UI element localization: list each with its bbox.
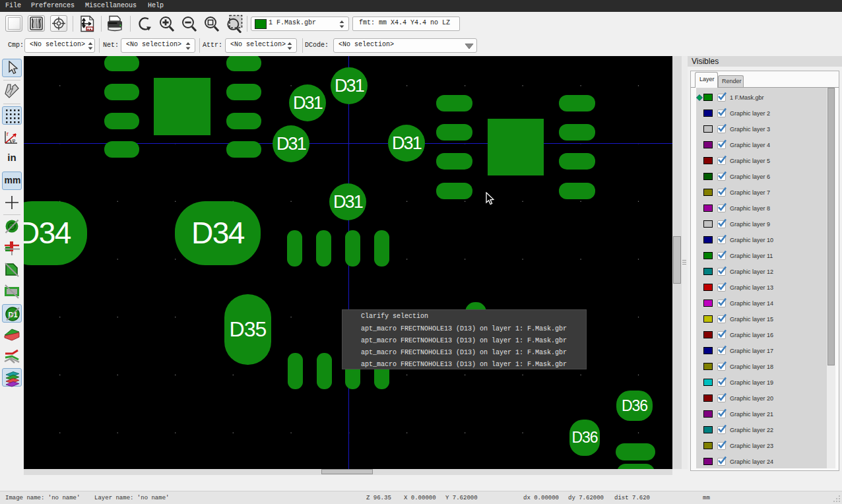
svg-text:φ: φ [12, 137, 15, 143]
svg-text:r: r [7, 131, 9, 137]
